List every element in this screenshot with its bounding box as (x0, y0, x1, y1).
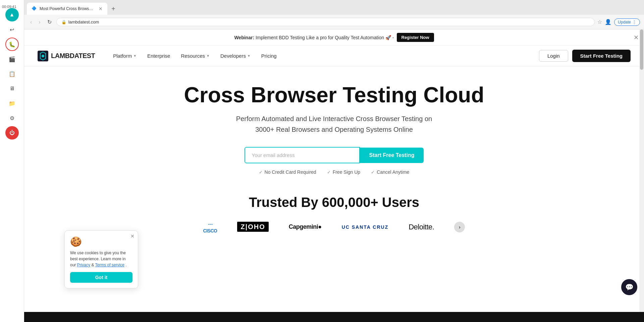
page-content: Webinar: Implement BDD Testing Like a pr… (24, 30, 644, 322)
hero-section: Cross Browser Testing Cloud Perform Auto… (24, 66, 644, 185)
logo-text: LAMBDATEST (51, 52, 95, 60)
browser-sidebar: 00:09:41 ▲ ↩ 🐛 🎬 📋 🖥 📁 ⚙ ⏻ (0, 0, 24, 322)
cookie-emoji: 🍪 (70, 236, 132, 247)
nav-pricing[interactable]: Pricing (257, 50, 281, 61)
hero-subtitle: Perform Automated and Live Interactive C… (31, 113, 637, 135)
checks-row: ✓ No Credit Card Required ✓ Free Sign Up… (31, 169, 637, 175)
nav-enterprise[interactable]: Enterprise (143, 50, 175, 61)
hero-title: Cross Browser Testing Cloud (31, 83, 637, 107)
brand-capgemini: Capgemini● (289, 223, 322, 230)
email-input-wrap (245, 147, 360, 163)
developers-chevron: ▼ (247, 54, 251, 58)
profile-btn[interactable]: 👤 (605, 19, 611, 25)
sidebar-up-btn[interactable]: ▲ (5, 8, 19, 21)
address-right-controls: ☆ 👤 Update ⋮ (597, 18, 640, 26)
chat-widget-btn[interactable]: 💬 (621, 279, 637, 295)
address-bar: ‹ › ↻ 🔒 lambdatest.com ☆ 👤 Update ⋮ (24, 15, 644, 30)
sidebar-screen-btn[interactable]: 🖥 (5, 82, 19, 95)
nav-developers[interactable]: Developers ▼ (216, 50, 255, 61)
privacy-link[interactable]: Privacy (77, 263, 90, 267)
lock-icon: 🔒 (61, 20, 66, 24)
platform-chevron: ▼ (133, 54, 137, 58)
scrollbar-thumb[interactable] (640, 30, 643, 70)
nav-right: Login Start Free Testing (539, 50, 631, 62)
logo-icon (38, 51, 48, 61)
brand-cisco: ···· CISCO (203, 220, 217, 234)
login-btn[interactable]: Login (539, 50, 568, 62)
check-no-cc: ✓ No Credit Card Required (259, 169, 316, 175)
tab-bar: 🔷 Most Powerful Cross Browser Te... ✕ + (24, 0, 644, 15)
sidebar-power-btn[interactable]: ⏻ (5, 126, 19, 140)
brand-uc: UC SANTA CRUZ (342, 224, 389, 230)
browser-main: 🔷 Most Powerful Cross Browser Te... ✕ + … (24, 0, 644, 322)
tab-title: Most Powerful Cross Browser Te... (40, 6, 95, 11)
brand-deloitte: Deloitte. (409, 223, 434, 231)
tab-favicon: 🔷 (32, 6, 37, 11)
chat-icon: 💬 (625, 283, 634, 291)
check-label-1: No Credit Card Required (265, 169, 316, 175)
trusted-title: Trusted By 600,000+ Users (38, 195, 631, 210)
bookmark-btn[interactable]: ☆ (597, 19, 602, 25)
tab-close-btn[interactable]: ✕ (99, 6, 103, 11)
check-label-2: Free Sign Up (333, 169, 360, 175)
brand-zoho: Z|OHO (237, 223, 268, 231)
sidebar-history-btn[interactable]: ↩ (5, 23, 19, 36)
cookie-banner: ✕ 🍪 We use cookies to give you the best … (64, 230, 138, 288)
resources-chevron: ▼ (206, 54, 210, 58)
forward-btn[interactable]: › (37, 18, 42, 26)
update-btn[interactable]: Update ⋮ (614, 18, 640, 26)
cookie-got-it-btn[interactable]: Got it (70, 272, 132, 283)
new-tab-btn[interactable]: + (109, 4, 118, 14)
logos-scroll-right[interactable]: › (454, 222, 465, 232)
webinar-label: Webinar: Implement BDD Testing Like a pr… (234, 35, 394, 40)
sidebar-bug-btn[interactable]: 🐛 (5, 38, 19, 51)
nav-resources[interactable]: Resources ▼ (176, 50, 214, 61)
sidebar-folder-btn[interactable]: 📁 (5, 97, 19, 110)
url-box[interactable]: 🔒 lambdatest.com (56, 18, 595, 26)
time-display: 00:09:41 (2, 5, 16, 9)
scrollbar[interactable] (639, 30, 644, 322)
check-free-signup: ✓ Free Sign Up (327, 169, 360, 175)
footer-strip (24, 312, 644, 322)
nav-platform[interactable]: Platform ▼ (108, 50, 141, 61)
logo[interactable]: LAMBDATEST (38, 51, 95, 61)
active-tab[interactable]: 🔷 Most Powerful Cross Browser Te... ✕ (27, 3, 107, 15)
sidebar-clipboard-btn[interactable]: 📋 (5, 67, 19, 80)
email-form: Start Free Testing (31, 147, 637, 163)
register-now-btn[interactable]: Register Now (397, 33, 434, 42)
check-icon-1: ✓ (259, 170, 263, 175)
update-label: Update (618, 20, 631, 24)
cookie-close-btn[interactable]: ✕ (130, 233, 135, 239)
cookie-text: We use cookies to give you the best expe… (70, 250, 132, 268)
check-cancel: ✓ Cancel Anytime (371, 169, 409, 175)
reload-btn[interactable]: ↻ (45, 17, 54, 26)
sidebar-settings-btn[interactable]: ⚙ (5, 111, 19, 125)
check-label-3: Cancel Anytime (377, 169, 409, 175)
hero-cta-btn[interactable]: Start Free Testing (360, 148, 424, 163)
webinar-banner: Webinar: Implement BDD Testing Like a pr… (24, 30, 644, 46)
terms-link[interactable]: Terms of service (95, 263, 124, 267)
back-btn[interactable]: ‹ (28, 18, 34, 26)
email-input[interactable] (245, 148, 359, 163)
nav-items: Platform ▼ Enterprise Resources ▼ Develo… (108, 50, 539, 61)
check-icon-3: ✓ (371, 170, 375, 175)
nav-start-testing-btn[interactable]: Start Free Testing (572, 50, 631, 62)
check-icon-2: ✓ (327, 170, 331, 175)
url-text: lambdatest.com (68, 19, 590, 24)
svg-point-1 (42, 55, 44, 57)
banner-close-btn[interactable]: ✕ (634, 34, 639, 41)
sidebar-video-btn[interactable]: 🎬 (5, 52, 19, 66)
main-nav: LAMBDATEST Platform ▼ Enterprise Resourc… (24, 46, 644, 66)
update-chevron: ⋮ (632, 20, 636, 24)
